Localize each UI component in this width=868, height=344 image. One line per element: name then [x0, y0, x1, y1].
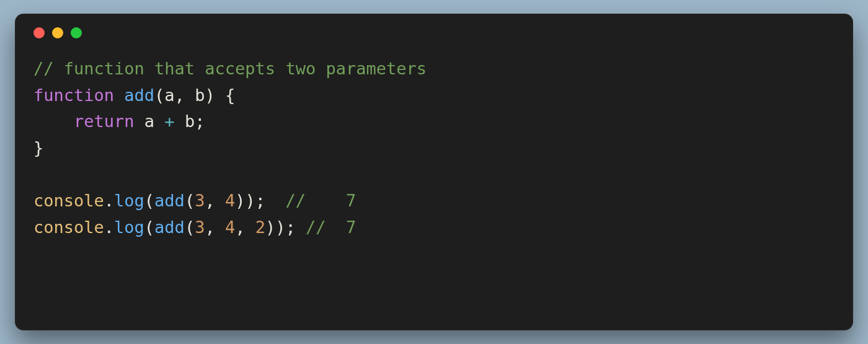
- paren-close-semi: );: [275, 218, 306, 237]
- code-text: [135, 112, 144, 131]
- number-literal: 2: [255, 218, 265, 237]
- code-comment: // function that accepts two parameters: [33, 59, 427, 78]
- call-add: add: [154, 191, 185, 210]
- paren-close: ): [265, 218, 275, 237]
- indent: [33, 112, 74, 131]
- code-window: // function that accepts two parameters …: [15, 14, 853, 330]
- spacing: [265, 191, 286, 210]
- code-block: // function that accepts two parameters …: [33, 56, 836, 241]
- paren-close-brace: ) {: [205, 86, 235, 105]
- paren-open: (: [154, 86, 164, 105]
- number-literal: 4: [225, 191, 235, 210]
- paren-open: (: [144, 191, 154, 210]
- operator-plus: +: [164, 112, 174, 131]
- identifier: a: [144, 112, 165, 131]
- identifier: b: [175, 112, 195, 131]
- keyword-return: return: [74, 112, 135, 131]
- comma: ,: [205, 191, 225, 210]
- paren-close: ): [235, 191, 245, 210]
- function-name: add: [124, 86, 154, 105]
- paren-open: (: [185, 191, 195, 210]
- code-comment: // 7: [306, 218, 356, 237]
- maximize-icon[interactable]: [71, 27, 82, 38]
- comma: ,: [235, 218, 255, 237]
- code-comment: // 7: [286, 191, 356, 210]
- function-params: a, b: [164, 86, 205, 105]
- number-literal: 4: [225, 218, 235, 237]
- semicolon: ;: [195, 112, 205, 131]
- window-traffic-lights: [33, 27, 836, 38]
- paren-open: (: [185, 218, 195, 237]
- method-log: log: [114, 191, 144, 210]
- paren-close-semi: );: [245, 191, 265, 210]
- close-icon[interactable]: [33, 27, 45, 38]
- minimize-icon[interactable]: [52, 27, 63, 38]
- object-console: console: [33, 218, 104, 237]
- code-text: [114, 86, 124, 105]
- keyword-function: function: [33, 86, 114, 105]
- comma: ,: [205, 218, 225, 237]
- paren-open: (: [144, 218, 154, 237]
- dot: .: [104, 218, 114, 237]
- call-add: add: [154, 218, 185, 237]
- dot: .: [104, 191, 114, 210]
- number-literal: 3: [195, 218, 205, 237]
- number-literal: 3: [195, 191, 205, 210]
- object-console: console: [33, 191, 104, 210]
- method-log: log: [114, 218, 144, 237]
- brace-close: }: [33, 138, 43, 157]
